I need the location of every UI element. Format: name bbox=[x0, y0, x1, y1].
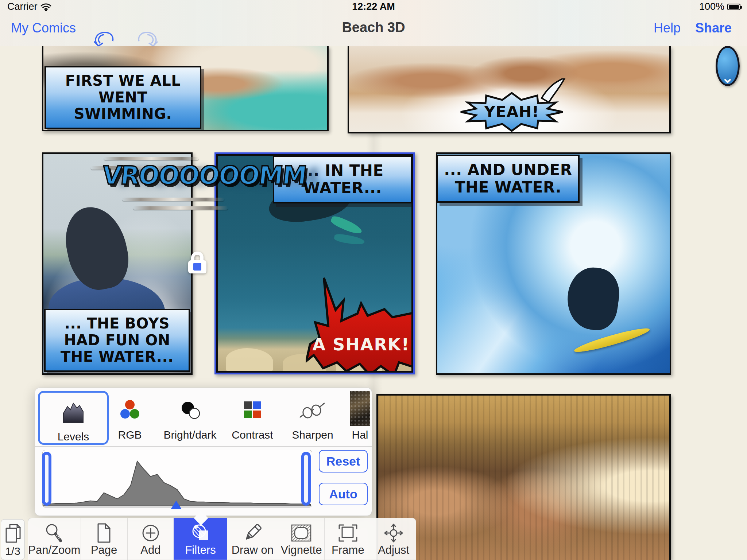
surfer-shape bbox=[564, 264, 623, 333]
speed-line bbox=[133, 206, 228, 210]
levels-histogram-svg bbox=[43, 451, 312, 507]
coral-shape bbox=[226, 348, 273, 373]
filter-halftone[interactable]: Hal bbox=[349, 391, 371, 445]
toolbar-adjust[interactable]: Adjust bbox=[371, 518, 416, 560]
shark-burst-text: A SHARK! bbox=[307, 335, 413, 354]
speech-balloon-edge[interactable]: ⌄ bbox=[716, 46, 740, 86]
bright-dark-icon bbox=[178, 399, 202, 421]
contrast-icon bbox=[242, 400, 263, 421]
surfboard-shape bbox=[573, 325, 651, 355]
comic-panel-surfer[interactable]: ... AND UNDER THE WATER. bbox=[436, 152, 671, 375]
pencil-icon bbox=[242, 522, 263, 544]
toolbar-pan-zoom[interactable]: Pan/Zoom bbox=[28, 518, 81, 560]
battery-percent-label: 100% bbox=[699, 1, 724, 12]
filter-bright-dark[interactable]: Bright/dark bbox=[159, 391, 221, 445]
page-icon bbox=[94, 522, 114, 544]
speed-line bbox=[104, 157, 199, 160]
lock-icon[interactable] bbox=[187, 252, 207, 273]
filter-contrast[interactable]: Contrast bbox=[223, 391, 282, 445]
levels-black-point-handle[interactable] bbox=[42, 452, 51, 506]
caption-first-we-went-swimming[interactable]: FIRST WE ALL WENT SWIMMING. bbox=[44, 66, 201, 129]
comic-panel-beach-girls[interactable]: YEAH! bbox=[348, 46, 671, 133]
diver-fin-shape bbox=[330, 214, 364, 236]
speed-line bbox=[122, 198, 224, 201]
nav-bar: My Comics Beach 3D Help Share bbox=[0, 12, 747, 46]
frame-icon bbox=[337, 523, 359, 543]
sharpen-glasses-icon bbox=[299, 399, 326, 421]
histogram-box bbox=[42, 450, 312, 508]
reset-button[interactable]: Reset bbox=[319, 450, 368, 472]
comic-panel-swimming[interactable]: FIRST WE ALL WENT SWIMMING. bbox=[42, 46, 329, 131]
diver-fin-shape bbox=[334, 233, 365, 246]
bottom-toolbar: Pan/Zoom Page Add Fil bbox=[28, 518, 416, 560]
chevron-down-icon: ⌄ bbox=[721, 74, 734, 81]
filter-sharpen[interactable]: Sharpen bbox=[283, 391, 342, 445]
status-bar: Carrier 12:22 AM 100% bbox=[0, 0, 747, 12]
battery-icon bbox=[727, 4, 740, 10]
filter-levels[interactable]: Levels bbox=[38, 391, 109, 445]
filter-rgb[interactable]: RGB bbox=[102, 391, 157, 445]
status-time: 12:22 AM bbox=[0, 1, 747, 12]
pages-icon bbox=[3, 522, 23, 546]
add-circle-plus-icon bbox=[140, 522, 161, 544]
yeah-burst-balloon[interactable]: YEAH! bbox=[457, 78, 570, 133]
sound-effect-vroom[interactable]: VROOOOOOMM bbox=[82, 155, 228, 213]
levels-icon bbox=[62, 400, 85, 424]
toolbar-page[interactable]: Page bbox=[81, 518, 127, 560]
sfx-text: VROOOOOOMM bbox=[101, 161, 307, 190]
toolbar-vignette[interactable]: Vignette bbox=[278, 518, 325, 560]
levels-gamma-marker[interactable] bbox=[171, 501, 182, 509]
share-button[interactable]: Share bbox=[695, 20, 732, 36]
toolbar-frame[interactable]: Frame bbox=[324, 518, 371, 560]
toolbar-filters[interactable]: Filters bbox=[174, 518, 227, 560]
halftone-thumbnail bbox=[350, 391, 370, 426]
page-indicator-button[interactable]: 1/3 bbox=[1, 519, 25, 560]
page-title: Beach 3D bbox=[0, 20, 747, 35]
vignette-icon bbox=[290, 524, 312, 542]
toolbar-draw-on[interactable]: Draw on bbox=[227, 518, 278, 560]
levels-white-point-handle[interactable] bbox=[301, 452, 311, 506]
top-bars: Carrier 12:22 AM 100% My Comics Beach 3D… bbox=[0, 0, 747, 46]
caption-boys-had-fun[interactable]: ... THE BOYS HAD FUN ON THE WATER... bbox=[44, 309, 190, 372]
magnifier-icon bbox=[44, 522, 65, 544]
shark-burst-balloon[interactable] bbox=[306, 276, 413, 373]
rgb-icon bbox=[119, 399, 141, 421]
comic-panel-beach-hut[interactable] bbox=[376, 394, 671, 560]
page-indicator-label: 1/3 bbox=[1, 545, 24, 557]
help-button[interactable]: Help bbox=[654, 20, 681, 36]
toolbar-add[interactable]: Add bbox=[127, 518, 174, 560]
caption-and-under-the-water[interactable]: ... AND UNDER THE WATER. bbox=[437, 155, 580, 203]
filters-icon bbox=[190, 522, 212, 544]
auto-button[interactable]: Auto bbox=[319, 483, 368, 505]
adjust-move-icon bbox=[383, 522, 404, 544]
svg-text:YEAH!: YEAH! bbox=[484, 103, 539, 121]
popup-divider bbox=[35, 446, 372, 447]
filters-popup: Levels RGB Bright/dark bbox=[35, 388, 372, 516]
